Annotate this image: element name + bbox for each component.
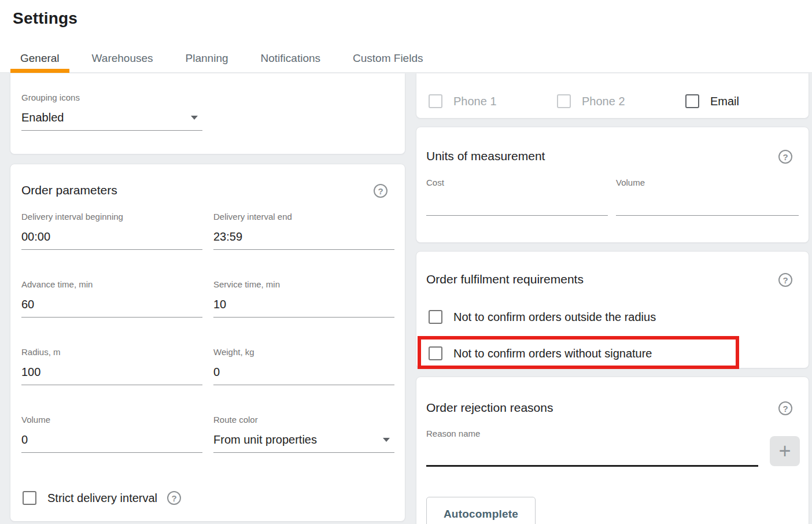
order-parameters-card: Order parameters ? Delivery interval beg… [10,164,405,522]
volume-unit-field[interactable]: Volume [616,178,799,216]
email-checkbox-row[interactable]: Email [685,94,739,108]
volume-field[interactable]: Volume 0 [21,415,202,453]
order-fulfilment-card: Order fulfilment requirements ? Not to c… [416,251,809,368]
help-icon[interactable]: ? [778,273,792,287]
tab-planning[interactable]: Planning [176,44,238,73]
checkbox-icon[interactable] [23,491,36,505]
confirm-outside-radius-checkbox-row[interactable]: Not to confirm orders outside the radius [429,310,656,324]
checkbox-icon[interactable] [429,346,442,360]
plus-icon: + [778,441,791,462]
weight-field[interactable]: Weight, kg 0 [213,347,394,385]
help-icon[interactable]: ? [374,184,387,198]
strict-delivery-interval-checkbox-row[interactable]: Strict delivery interval ? [23,491,181,505]
fulfilment-title: Order fulfilment requirements [426,272,584,286]
strict-delivery-interval-label: Strict delivery interval [47,492,157,505]
autocomplete-button[interactable]: Autocomplete [426,497,536,524]
grouping-icons-label: Grouping icons [21,93,202,103]
checkbox-icon[interactable] [429,310,442,324]
confirm-outside-radius-label: Not to confirm orders outside the radius [453,311,656,324]
help-icon[interactable]: ? [167,491,181,505]
help-icon[interactable]: ? [778,150,792,164]
tab-general[interactable]: General [10,44,69,73]
advance-time-field[interactable]: Advance time, min 60 [21,279,202,318]
email-label: Email [710,95,739,108]
order-rejection-card: Order rejection reasons ? Reason name + … [416,377,809,524]
rejection-title: Order rejection reasons [426,401,553,415]
page-header: Settings General Warehouses Planning Not… [0,0,812,73]
grouping-icons-select[interactable]: Grouping icons Enabled [21,93,202,131]
confirm-without-signature-label: Not to confirm orders without signature [453,347,652,360]
delivery-interval-beginning-field[interactable]: Delivery interval beginning 00:00 [21,212,202,250]
tab-notifications[interactable]: Notifications [251,44,331,73]
route-color-select[interactable]: Route color From unit properties [213,415,394,453]
units-title: Units of measurement [426,149,545,163]
phone1-label: Phone 1 [453,95,497,108]
cost-field[interactable]: Cost [426,178,608,216]
order-parameters-title: Order parameters [21,183,117,197]
delivery-interval-end-field[interactable]: Delivery interval end 23:59 [213,212,394,250]
checkbox-icon [429,94,442,108]
service-time-field[interactable]: Service time, min 10 [213,279,394,318]
radius-field[interactable]: Radius, m 100 [21,347,202,385]
checkbox-icon[interactable] [685,94,699,108]
phone2-checkbox-row: Phone 2 [557,94,625,108]
reason-name-label: Reason name [426,429,480,438]
phone1-checkbox-row: Phone 1 [429,94,497,108]
add-reason-button[interactable]: + [770,436,800,466]
tab-custom-fields[interactable]: Custom Fields [343,44,433,73]
contact-options-card: Phone 1 Phone 2 Email [416,73,809,119]
help-icon[interactable]: ? [778,401,792,415]
units-of-measurement-card: Units of measurement ? Cost Volume [416,127,809,243]
grouping-icons-card: Grouping icons Enabled [10,73,405,154]
tab-warehouses[interactable]: Warehouses [82,44,163,73]
page-title: Settings [13,9,77,28]
checkbox-icon [557,94,571,108]
phone2-label: Phone 2 [582,95,625,108]
tab-bar: General Warehouses Planning Notification… [1,44,433,73]
reason-name-input[interactable] [426,446,758,467]
dropdown-arrow-icon [191,116,198,120]
dropdown-arrow-icon [383,438,390,442]
grouping-icons-value: Enabled [21,110,64,125]
confirm-without-signature-checkbox-row[interactable]: Not to confirm orders without signature [429,346,652,360]
